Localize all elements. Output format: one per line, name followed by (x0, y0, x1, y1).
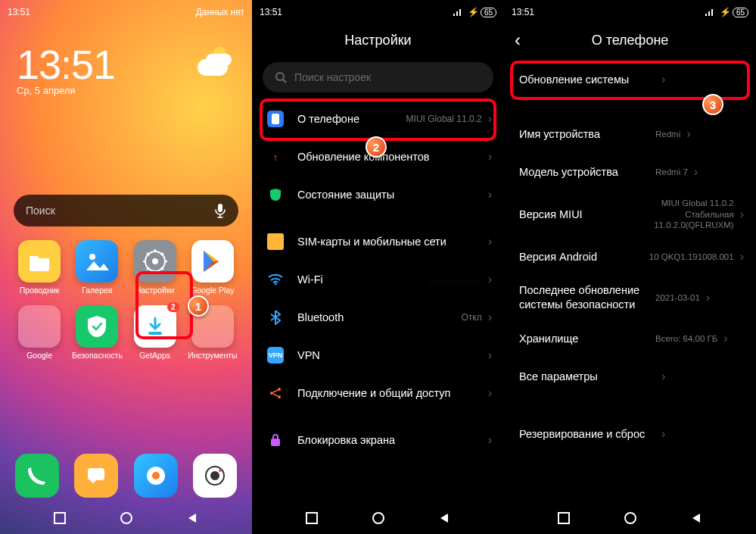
dock-messages[interactable] (74, 454, 118, 498)
svg-point-3 (152, 258, 158, 264)
settings-search[interactable]: Поиск настроек (263, 62, 493, 92)
sim-icon (267, 233, 284, 250)
svg-rect-31 (558, 513, 569, 523)
dock-browser[interactable] (134, 454, 178, 498)
row-sharing[interactable]: Подключение и общий доступ › (252, 374, 504, 412)
clock-widget[interactable]: 13:51 Ср, 5 апреля (0, 21, 252, 96)
about-phone-screen: 13:51 ⚡65 ‹ О телефоне Обновление систем… (504, 0, 756, 534)
chevron-right-icon: › (661, 370, 665, 383)
chevron-right-icon: › (723, 332, 727, 345)
nav-back-icon[interactable] (186, 512, 198, 524)
svg-point-17 (210, 471, 219, 480)
dock-phone[interactable] (15, 454, 59, 498)
row-storage[interactable]: Хранилище Всего: 64,00 ГБ › (504, 320, 756, 358)
dock-camera[interactable] (193, 454, 237, 498)
battery-icon: ⚡65 (468, 7, 496, 17)
app-google-play[interactable]: Google Play (184, 240, 241, 295)
app-google-folder[interactable]: Google (11, 305, 68, 360)
nav-home-icon[interactable] (372, 511, 385, 525)
row-model[interactable]: Модель устройства Redmi 7 › (504, 153, 756, 191)
back-button[interactable]: ‹ (515, 30, 521, 51)
chevron-right-icon: › (661, 427, 665, 441)
mic-icon[interactable] (214, 203, 226, 218)
row-system-update[interactable]: Обновление системы › (504, 59, 756, 100)
row-device-name[interactable]: Имя устройства Redmi › (504, 115, 756, 153)
page-title: Настройки (252, 21, 504, 59)
nav-recent-icon[interactable] (558, 512, 570, 524)
nav-bar (0, 502, 252, 534)
chevron-right-icon: › (488, 386, 492, 400)
app-security[interactable]: Безопасность (68, 305, 126, 360)
row-component-update[interactable]: ↑ Обновление компонентов › (252, 138, 504, 176)
search-placeholder: Поиск (26, 205, 55, 217)
row-miui-version[interactable]: Версия MIUI MIUI Global 11.0.2 Стабильна… (504, 191, 756, 238)
chevron-right-icon: › (706, 291, 710, 304)
status-right: Данных нет (196, 7, 244, 17)
svg-point-18 (219, 469, 222, 472)
app-gallery[interactable]: Галерея (68, 240, 126, 295)
share-icon (267, 385, 284, 401)
chevron-right-icon: › (488, 235, 492, 248)
nav-home-icon[interactable] (624, 511, 637, 525)
svg-line-22 (283, 80, 286, 83)
chevron-right-icon: › (740, 250, 744, 264)
lock-icon (267, 432, 284, 448)
app-file-manager[interactable]: Проводник (11, 240, 68, 295)
chevron-right-icon: › (488, 112, 492, 126)
bluetooth-icon (267, 309, 284, 326)
chevron-right-icon: › (694, 165, 698, 179)
row-android-version[interactable]: Версия Android 10 QKQ1.191008.001 › (504, 238, 756, 276)
row-all-params[interactable]: Все параметры › (504, 358, 756, 395)
svg-rect-13 (88, 468, 104, 480)
svg-point-15 (152, 472, 160, 479)
nav-back-icon[interactable] (690, 512, 702, 524)
nav-recent-icon[interactable] (54, 512, 66, 524)
row-bluetooth[interactable]: Bluetooth Откл › (252, 298, 504, 336)
shield-icon (267, 186, 284, 203)
row-sim[interactable]: SIM-карты и мобильные сети › (252, 223, 504, 261)
nav-recent-icon[interactable] (306, 512, 318, 524)
svg-point-1 (89, 254, 95, 260)
row-security-patch[interactable]: Последнее обновление системы безопасност… (504, 276, 756, 320)
nav-home-icon[interactable] (120, 511, 133, 525)
status-time: 13:51 (260, 7, 282, 17)
status-time: 13:51 (512, 7, 534, 17)
phone-icon (267, 111, 284, 127)
svg-rect-23 (272, 114, 279, 124)
svg-rect-29 (306, 513, 317, 523)
svg-rect-12 (148, 332, 162, 335)
app-tools-folder[interactable]: Инструменты (184, 305, 241, 360)
row-lockscreen[interactable]: Блокировка экрана › (252, 421, 504, 459)
settings-screen: 13:51 ⚡65 Настройки Поиск настроек О тел… (252, 0, 504, 534)
signal-icon (453, 8, 463, 17)
row-wifi[interactable]: Wi-Fi ……………… › (252, 261, 504, 298)
svg-rect-28 (271, 439, 280, 446)
page-title: ‹ О телефоне (504, 21, 756, 59)
chevron-right-icon: › (488, 433, 492, 447)
row-backup-reset[interactable]: Резервирование и сброс › (504, 415, 756, 453)
row-about-phone[interactable]: О телефоне MIUI Global 11.0.2 › (252, 100, 504, 138)
gear-icon (142, 248, 168, 274)
app-getapps[interactable]: 2 GetApps (126, 305, 184, 360)
app-grid: Проводник Галерея Настройки Google Play … (11, 240, 241, 360)
chevron-right-icon: › (488, 188, 492, 201)
chevron-right-icon: › (488, 311, 492, 324)
row-vpn[interactable]: VPN VPN › (252, 336, 504, 374)
chevron-right-icon: › (661, 73, 665, 86)
wifi-icon (267, 271, 284, 288)
chevron-right-icon: › (488, 150, 492, 164)
search-bar[interactable]: Поиск (14, 195, 238, 226)
svg-point-24 (275, 283, 277, 286)
svg-point-27 (278, 395, 281, 398)
battery-icon: ⚡65 (720, 7, 748, 17)
nav-back-icon[interactable] (438, 512, 450, 524)
svg-rect-19 (54, 513, 65, 523)
status-bar: 13:51 Данных нет (0, 0, 252, 21)
weather-icon[interactable] (198, 47, 232, 77)
chevron-right-icon: › (740, 208, 744, 221)
status-bar: 13:51 ⚡65 (252, 0, 504, 21)
row-security-status[interactable]: Состояние защиты › (252, 176, 504, 214)
app-settings[interactable]: Настройки (126, 240, 184, 295)
vpn-icon: VPN (267, 347, 284, 364)
svg-point-21 (276, 73, 284, 80)
